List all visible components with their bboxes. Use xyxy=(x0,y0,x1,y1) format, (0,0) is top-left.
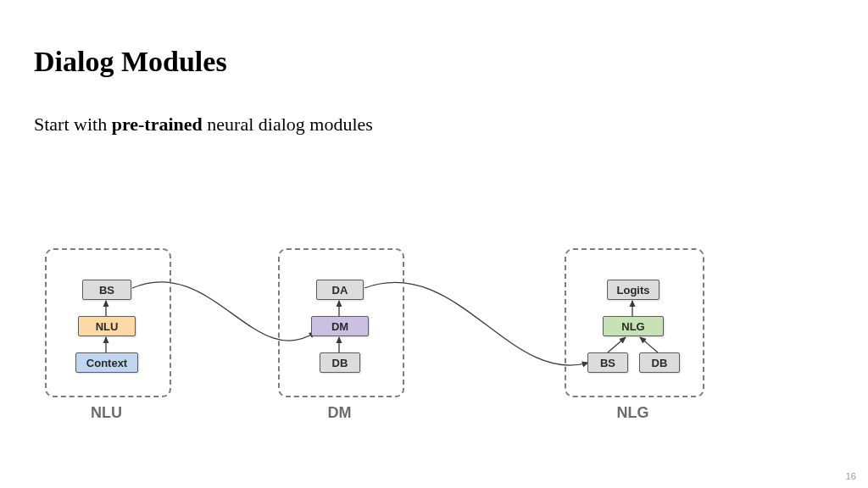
cell-nlg-db: DB xyxy=(639,352,680,373)
cell-nlg-nlg: NLG xyxy=(603,316,664,336)
cell-nlg-logits: Logits xyxy=(607,280,659,300)
cell-nlg-bs: BS xyxy=(587,352,628,373)
module-label-dm: DM xyxy=(278,404,401,422)
diagram: BS NLU Context NLU DA DM DB DM Logits NL… xyxy=(0,0,868,488)
cell-dm-db: DB xyxy=(320,352,360,373)
cell-nlu-bs: BS xyxy=(82,280,131,300)
page-number: 16 xyxy=(846,471,856,481)
module-label-nlg: NLG xyxy=(565,404,701,422)
cell-dm-da: DA xyxy=(316,280,364,300)
cell-nlu-context: Context xyxy=(75,352,138,373)
module-label-nlu: NLU xyxy=(45,404,168,422)
cell-nlu-nlu: NLU xyxy=(78,316,136,336)
slide: Dialog Modules Start with pre-trained ne… xyxy=(0,0,868,488)
cell-dm-dm: DM xyxy=(311,316,369,336)
